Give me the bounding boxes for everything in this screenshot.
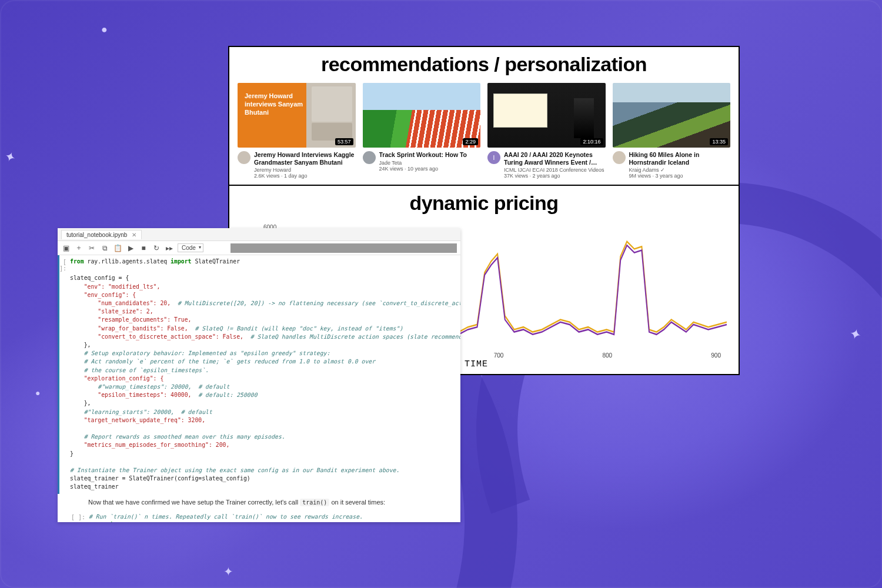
duration-badge: 2:10:16 bbox=[580, 138, 603, 145]
video-stats: 2.6K views · 1 day ago bbox=[254, 173, 356, 179]
channel-avatar[interactable] bbox=[363, 151, 376, 164]
copy-icon[interactable]: ⧉ bbox=[100, 244, 109, 252]
restart-icon[interactable]: ↻ bbox=[152, 244, 161, 252]
toolbar-spacer bbox=[230, 243, 457, 253]
channel-name[interactable]: ICML IJCAI ECAI 2018 Conference Videos bbox=[504, 167, 606, 173]
code-content[interactable]: from ray.rllib.agents.slateq import Slat… bbox=[66, 258, 460, 492]
star-decor: ● bbox=[101, 24, 108, 36]
code-cell[interactable]: [ ]: from ray.rllib.agents.slateq import… bbox=[58, 255, 460, 494]
video-item[interactable]: Jeremy Howard interviews Sanyam Bhutani … bbox=[238, 83, 356, 179]
notebook-toolbar: ▣ ＋ ✂ ⧉ 📋 ▶ ■ ↻ ▸▸ Code bbox=[58, 241, 460, 255]
duration-badge: 53:57 bbox=[335, 138, 353, 145]
code-cell[interactable]: [ ]: # Run `train()` n times. Repeatedly… bbox=[58, 510, 460, 522]
video-item[interactable]: 2:29 Track Sprint Workout: How To Jade T… bbox=[363, 83, 481, 179]
channel-avatar[interactable] bbox=[238, 151, 250, 164]
cell-prompt: [ ]: bbox=[59, 513, 85, 522]
video-stats: 37K views · 2 years ago bbox=[504, 173, 606, 179]
video-title[interactable]: AAAI 20 / AAAI 2020 Keynotes Turing Awar… bbox=[504, 151, 606, 166]
channel-name[interactable]: Jeremy Howard bbox=[254, 167, 356, 173]
close-icon[interactable]: ✕ bbox=[132, 232, 136, 238]
star-decor: ● bbox=[35, 388, 40, 397]
notebook-tab-label: tutorial_notebook.ipynb bbox=[66, 232, 127, 238]
code-content[interactable]: # Run `train()` n times. Repeatedly call… bbox=[85, 513, 363, 522]
cell-type-select[interactable]: Code bbox=[178, 243, 203, 252]
duration-badge: 2:29 bbox=[463, 138, 478, 145]
add-cell-icon[interactable]: ＋ bbox=[74, 243, 83, 253]
video-stats: 24K views · 10 years ago bbox=[379, 166, 467, 172]
video-title[interactable]: Track Sprint Workout: How To bbox=[379, 151, 467, 159]
run-all-icon[interactable]: ▸▸ bbox=[165, 244, 174, 252]
inline-code: train() bbox=[300, 499, 329, 506]
jupyter-notebook: tutorial_notebook.ipynb ✕ ▣ ＋ ✂ ⧉ 📋 ▶ ■ … bbox=[58, 228, 460, 522]
star-decor: ✦ bbox=[223, 564, 233, 579]
channel-name[interactable]: Jade Teta bbox=[379, 160, 467, 166]
video-row: Jeremy Howard interviews Sanyam Bhutani … bbox=[229, 79, 739, 185]
recommendations-heading: recommendations / personalization bbox=[229, 47, 739, 79]
cell-prompt: [ ]: bbox=[59, 258, 66, 492]
run-icon[interactable]: ▶ bbox=[126, 244, 135, 252]
stop-icon[interactable]: ■ bbox=[139, 244, 148, 252]
markdown-cell: Now that we have confirmed we have setup… bbox=[58, 494, 460, 510]
paste-icon[interactable]: 📋 bbox=[113, 244, 122, 252]
video-thumbnail[interactable]: Jeremy Howard interviews Sanyam Bhutani … bbox=[238, 83, 356, 148]
channel-avatar[interactable]: I bbox=[487, 151, 500, 164]
video-thumbnail[interactable]: 2:10:16 bbox=[487, 83, 606, 148]
video-item[interactable]: 2:10:16 I AAAI 20 / AAAI 2020 Keynotes T… bbox=[487, 83, 606, 179]
video-item[interactable]: 13:35 Hiking 60 Miles Alone in Hornstran… bbox=[613, 83, 731, 179]
dynamic-pricing-heading: dynamic pricing bbox=[229, 186, 739, 218]
video-thumbnail[interactable]: 13:35 bbox=[613, 83, 731, 148]
video-title[interactable]: Hiking 60 Miles Alone in Hornstrandir Ic… bbox=[629, 151, 731, 166]
video-title[interactable]: Jeremy Howard Interviews Kaggle Grandmas… bbox=[254, 151, 356, 166]
duration-badge: 13:35 bbox=[710, 138, 728, 145]
save-icon[interactable]: ▣ bbox=[61, 244, 71, 252]
channel-name[interactable]: Kraig Adams ✓ bbox=[629, 167, 731, 173]
notebook-tab[interactable]: tutorial_notebook.ipynb ✕ bbox=[61, 230, 142, 239]
channel-avatar[interactable] bbox=[613, 151, 626, 164]
chart-xlabel: TIME bbox=[465, 359, 488, 369]
notebook-tabbar: tutorial_notebook.ipynb ✕ bbox=[58, 228, 460, 241]
video-stats: 9M views · 3 years ago bbox=[629, 173, 731, 179]
video-thumbnail[interactable]: 2:29 bbox=[363, 83, 481, 148]
cut-icon[interactable]: ✂ bbox=[87, 244, 96, 252]
